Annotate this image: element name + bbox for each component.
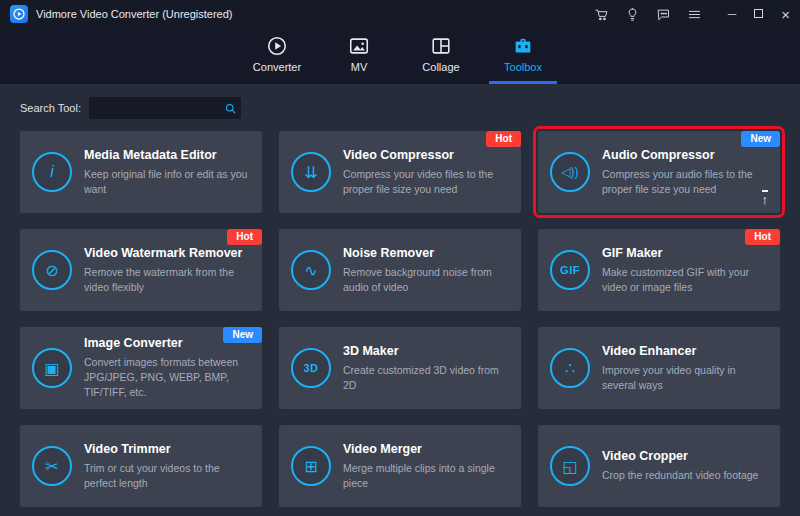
tool-card-video-compressor[interactable]: Hot ⇊ Video Compressor Compress your vid…	[279, 131, 521, 213]
arrow-up-to-bar-icon: ↑	[762, 190, 769, 206]
noise-remover-icon: ∿	[291, 250, 331, 290]
card-desc: Crop the redundant video footage	[602, 468, 770, 483]
card-title: Video Watermark Remover	[84, 246, 252, 260]
tool-card-gif-maker[interactable]: Hot GIF GIF Maker Make customized GIF wi…	[538, 229, 780, 311]
tool-card-media-metadata-editor[interactable]: i Media Metadata Editor Keep original fi…	[20, 131, 262, 213]
tab-toolbox[interactable]: Toolbox	[487, 35, 559, 84]
tool-card-video-cropper[interactable]: ◱ Video Cropper Crop the redundant video…	[538, 425, 780, 507]
card-title: Audio Compressor	[602, 148, 770, 162]
close-button[interactable]: ×	[781, 7, 790, 22]
video-enhancer-icon: ∴	[550, 348, 590, 388]
audio-compressor-icon: ◁))	[550, 152, 590, 192]
card-title: Video Trimmer	[84, 442, 252, 456]
icon-glyph: ◱	[562, 457, 577, 476]
card-badge: New	[741, 131, 780, 147]
toolbox-grid: i Media Metadata Editor Keep original fi…	[0, 119, 800, 507]
icon-glyph: ⊘	[45, 261, 58, 280]
search-input[interactable]	[89, 102, 221, 114]
icon-glyph: i	[50, 163, 54, 181]
tool-card-video-trimmer[interactable]: ✂ Video Trimmer Trim or cut your videos …	[20, 425, 262, 507]
converter-icon	[266, 35, 288, 57]
tab-label: MV	[351, 61, 368, 73]
tab-label: Collage	[422, 61, 459, 73]
titlebar: Vidmore Video Converter (Unregistered) ─…	[0, 0, 800, 28]
card-desc: Remove background noise from audio of vi…	[343, 265, 511, 294]
window-title: Vidmore Video Converter (Unregistered)	[36, 8, 232, 20]
tool-card-noise-remover[interactable]: ∿ Noise Remover Remove background noise …	[279, 229, 521, 311]
mv-icon	[348, 35, 370, 57]
card-desc: Convert images formats between JPG/JPEG,…	[84, 355, 252, 399]
card-title: Video Enhancer	[602, 344, 770, 358]
video-cropper-icon: ◱	[550, 446, 590, 486]
cart-icon[interactable]	[594, 6, 610, 22]
search-box	[89, 97, 241, 119]
tab-label: Converter	[253, 61, 301, 73]
card-title: Media Metadata Editor	[84, 148, 252, 162]
card-desc: Remove the watermark from the video flex…	[84, 265, 252, 294]
icon-glyph: ✂	[45, 457, 58, 476]
toolbox-icon	[512, 35, 534, 57]
tab-collage[interactable]: Collage	[405, 35, 477, 84]
card-title: 3D Maker	[343, 344, 511, 358]
3d-maker-icon: 3D	[291, 348, 331, 388]
watermark-remover-icon: ⊘	[32, 250, 72, 290]
tool-card-video-merger[interactable]: ⊞ Video Merger Merge multiple clips into…	[279, 425, 521, 507]
card-desc: Compress your video files to the proper …	[343, 167, 511, 196]
tool-card-video-enhancer[interactable]: ∴ Video Enhancer Improve your video qual…	[538, 327, 780, 409]
maximize-icon	[754, 9, 763, 18]
card-title: GIF Maker	[602, 246, 770, 260]
card-badge: Hot	[745, 229, 780, 245]
card-title: Video Merger	[343, 442, 511, 456]
bulb-icon[interactable]	[625, 6, 641, 22]
maximize-button[interactable]	[754, 8, 763, 20]
card-badge: Hot	[486, 131, 521, 147]
card-badge: New	[223, 327, 262, 343]
minimize-button[interactable]: ─	[728, 8, 737, 20]
card-desc: Improve your video quality in several wa…	[602, 363, 770, 392]
search-row: Search Tool:	[0, 84, 800, 119]
tool-card-3d-maker[interactable]: 3D 3D Maker Create customized 3D video f…	[279, 327, 521, 409]
search-label: Search Tool:	[20, 102, 81, 114]
icon-glyph: ∴	[565, 359, 575, 378]
icon-glyph: GIF	[560, 264, 580, 276]
video-merger-icon: ⊞	[291, 446, 331, 486]
card-title: Video Compressor	[343, 148, 511, 162]
card-title: Noise Remover	[343, 246, 511, 260]
icon-glyph: ∿	[304, 261, 317, 280]
gif-maker-icon: GIF	[550, 250, 590, 290]
icon-glyph: ▣	[44, 359, 59, 378]
info-icon: i	[32, 152, 72, 192]
collage-icon	[430, 35, 452, 57]
icon-glyph: ◁))	[561, 165, 578, 179]
tab-converter[interactable]: Converter	[241, 35, 313, 84]
card-desc: Merge multiple clips into a single piece	[343, 461, 511, 490]
icon-glyph: ⊞	[304, 457, 317, 476]
card-badge: Hot	[227, 229, 262, 245]
tool-card-audio-compressor[interactable]: New ◁)) Audio Compressor Compress your a…	[538, 131, 780, 213]
menu-icon[interactable]	[687, 6, 703, 22]
icon-glyph: 3D	[303, 362, 318, 374]
card-desc: Compress your audio files to the proper …	[602, 167, 770, 196]
app-logo-icon	[10, 5, 28, 23]
video-compressor-icon: ⇊	[291, 152, 331, 192]
card-desc: Trim or cut your videos to the perfect l…	[84, 461, 252, 490]
image-converter-icon: ▣	[32, 348, 72, 388]
icon-glyph: ⇊	[304, 163, 317, 182]
tool-card-video-watermark-remover[interactable]: Hot ⊘ Video Watermark Remover Remove the…	[20, 229, 262, 311]
card-desc: Keep original file info or edit as you w…	[84, 167, 252, 196]
tab-bar: Converter MV Collage Toolbox	[0, 28, 800, 84]
video-trimmer-icon: ✂	[32, 446, 72, 486]
feedback-icon[interactable]	[656, 6, 672, 22]
tab-label: Toolbox	[504, 61, 542, 73]
search-icon[interactable]	[221, 102, 241, 115]
card-desc: Make customized GIF with your video or i…	[602, 265, 770, 294]
card-desc: Create customized 3D video from 2D	[343, 363, 511, 392]
tool-card-image-converter[interactable]: New ▣ Image Converter Convert images for…	[20, 327, 262, 409]
tab-mv[interactable]: MV	[323, 35, 395, 84]
card-title: Video Cropper	[602, 449, 770, 463]
